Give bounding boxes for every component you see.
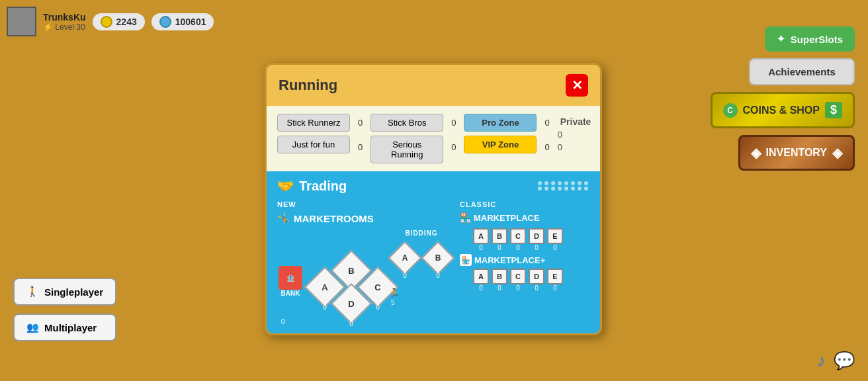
left-sidebar: 🚶 Singleplayer 👥 Multiplayer: [13, 278, 116, 341]
slot-c[interactable]: C 0: [510, 228, 526, 251]
marketplace-plus-row: 🏪 MARKETPLACE+: [460, 254, 589, 266]
slot-e-box[interactable]: E: [547, 228, 563, 244]
slot-plus-a-num: 0: [479, 284, 483, 292]
slot-b[interactable]: B 0: [492, 228, 507, 251]
serious-running-button[interactable]: Serious Running: [370, 136, 443, 163]
diamond-a[interactable]: A 0: [310, 273, 339, 302]
trading-panel: 🤝 Trading NEW 🤸 MARKETROOMS: [267, 171, 600, 333]
slot-plus-d-num: 0: [535, 284, 539, 292]
private-counter2: 0: [558, 142, 562, 152]
diamond-b[interactable]: B 0: [337, 256, 366, 285]
serious-counter: 0: [451, 142, 456, 152]
trading-title: 🤝 Trading: [277, 178, 347, 194]
modal-title: Running: [279, 77, 337, 94]
gems-value: 100601: [175, 17, 206, 27]
private-label: Private: [560, 116, 591, 127]
vip-zone-button[interactable]: VIP Zone: [464, 136, 537, 153]
slot-plus-b[interactable]: B 0: [492, 269, 507, 292]
music-icon[interactable]: ♪: [817, 351, 826, 371]
running-zones-col: Pro Zone VIP Zone: [464, 114, 537, 153]
slot-d-num: 0: [535, 244, 539, 251]
classic-label: CLASSIC: [460, 200, 589, 208]
slot-d[interactable]: D 0: [529, 228, 544, 251]
bottom-right-icons: ♪ 💬: [817, 351, 855, 371]
slot-plus-c[interactable]: C 0: [510, 269, 526, 292]
singleplayer-button[interactable]: 🚶 Singleplayer: [13, 278, 116, 306]
slot-plus-b-num: 0: [498, 284, 501, 292]
right-sidebar: ✦ SuperSlots Achievements C COINS & SHOP…: [711, 26, 855, 171]
marketplace-icon: 🏪: [460, 212, 471, 223]
slot-plus-b-box[interactable]: B: [492, 269, 507, 284]
slot-a[interactable]: A 0: [473, 228, 489, 251]
slot-plus-c-num: 0: [516, 284, 520, 292]
multiplayer-button[interactable]: 👥 Multiplayer: [13, 314, 116, 341]
gem-icon: [159, 16, 171, 28]
slot-b-box[interactable]: B: [492, 228, 507, 244]
coins-shop-button[interactable]: C COINS & SHOP $: [711, 92, 855, 128]
bidding-diamond-b[interactable]: B 0: [426, 246, 450, 270]
stick-runnerz-button[interactable]: Stick Runnerz: [277, 114, 350, 132]
running-mid-col: Stick Bros Serious Running: [370, 114, 443, 163]
bank-label: BANK: [281, 290, 300, 297]
inventory-button[interactable]: ◈ INVENTORY ◈: [738, 135, 855, 171]
coins-shop-icon: C: [723, 103, 738, 118]
slot-plus-d[interactable]: D 0: [529, 269, 544, 292]
inventory-icon: ◈: [751, 145, 761, 161]
diamond-d[interactable]: D 0: [337, 289, 366, 318]
just-for-fun-button[interactable]: Just for fun: [277, 136, 350, 153]
bidding-label: BIDDING: [393, 230, 450, 237]
slot-plus-a[interactable]: A 0: [473, 269, 489, 292]
coins-value: 2243: [116, 17, 137, 27]
running-left-col: Stick Runnerz Just for fun: [277, 114, 350, 153]
bros-counter: 0: [451, 118, 456, 128]
pro-zone-button[interactable]: Pro Zone: [464, 114, 537, 132]
new-label: NEW: [277, 200, 449, 208]
superslots-icon: ✦: [777, 33, 785, 45]
slot-c-num: 0: [516, 244, 520, 251]
slot-a-box[interactable]: A: [473, 228, 489, 244]
marketrooms-icon: 🤸: [277, 212, 290, 224]
coins-badge: 2243: [93, 13, 145, 30]
top-bar: TrunksKu ⚡ Level 30 2243 100601: [7, 7, 214, 36]
trading-header: 🤝 Trading: [277, 178, 589, 194]
modal-header: Running ✕: [267, 65, 600, 106]
slot-e[interactable]: E 0: [547, 228, 563, 251]
zone-counters: 0 0: [544, 114, 549, 152]
slot-plus-e[interactable]: E 0: [547, 269, 563, 292]
marketplace-section: CLASSIC 🏪 MARKETPLACE A 0 B 0: [460, 200, 589, 327]
discord-icon[interactable]: 💬: [834, 351, 855, 371]
player-name: TrunksKu: [43, 12, 86, 22]
slot-plus-e-box[interactable]: E: [547, 269, 563, 284]
slot-c-box[interactable]: C: [510, 228, 526, 244]
running-modal: Running ✕ Stick Runnerz Just for fun 0 0…: [265, 63, 602, 335]
bidding-diamond-a[interactable]: A 0: [393, 246, 417, 270]
marketrooms-section: NEW 🤸 MARKETROOMS 🏦 BANK: [277, 200, 449, 327]
stick-bros-button[interactable]: Stick Bros: [370, 114, 443, 132]
running-options: Stick Runnerz Just for fun 0 0 Stick Bro…: [267, 106, 600, 171]
player-info: TrunksKu ⚡ Level 30: [43, 12, 86, 32]
private-section: Private 0 0: [558, 114, 591, 152]
avatar: [7, 7, 36, 36]
marketplace-plus-title: MARKETPLACE+: [474, 255, 545, 265]
modal-close-button[interactable]: ✕: [566, 74, 588, 97]
slot-d-box[interactable]: D: [529, 228, 544, 244]
dollar-icon: $: [825, 102, 842, 118]
slot-plus-d-box[interactable]: D: [529, 269, 544, 284]
mid-counters: 0 0: [451, 114, 456, 152]
gems-badge: 100601: [152, 13, 214, 30]
slot-plus-a-box[interactable]: A: [473, 269, 489, 284]
coin-icon: [101, 16, 112, 28]
slot-b-num: 0: [498, 244, 501, 251]
marketplace-plus-icon: 🏪: [460, 254, 472, 266]
trading-icon: 🤝: [277, 178, 294, 194]
bank-area: 🏦 BANK: [279, 266, 302, 297]
achievements-button[interactable]: Achievements: [749, 58, 855, 85]
slot-e-num: 0: [553, 244, 557, 251]
stickman-icon: 🏃: [388, 288, 400, 298]
superslots-button[interactable]: ✦ SuperSlots: [765, 26, 855, 52]
slot-plus-c-box[interactable]: C: [510, 269, 526, 284]
pro-zone-counter: 0: [544, 118, 549, 128]
fun-counter: 0: [358, 142, 363, 152]
slot-a-num: 0: [479, 244, 483, 251]
marketplace-row: 🏪 MARKETPLACE: [460, 212, 589, 223]
